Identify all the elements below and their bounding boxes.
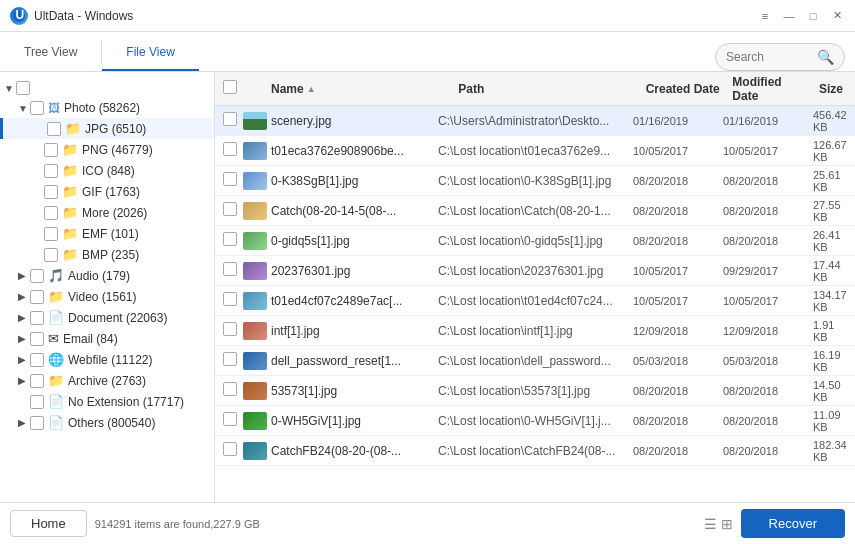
- sidebar-item-gif[interactable]: 📁 GIF (1763): [0, 181, 214, 202]
- sidebar-item-ico[interactable]: 📁 ICO (848): [0, 160, 214, 181]
- video-icon: 📁: [48, 289, 64, 304]
- video-checkbox[interactable]: [30, 290, 44, 304]
- others-icon: 📄: [48, 415, 64, 430]
- search-input[interactable]: [726, 50, 817, 64]
- document-checkbox[interactable]: [30, 311, 44, 325]
- header-checkbox[interactable]: [223, 80, 237, 94]
- row-checkbox-9[interactable]: [223, 382, 237, 396]
- col-header-size[interactable]: Size: [815, 82, 847, 96]
- search-icon[interactable]: 🔍: [817, 49, 834, 65]
- sidebar-item-jpg[interactable]: 📁 JPG (6510): [0, 118, 214, 139]
- row-created-9: 08/20/2018: [633, 385, 723, 397]
- row-checkbox-3[interactable]: [223, 202, 237, 216]
- table-row[interactable]: 202376301.jpg C:\Lost location\202376301…: [215, 256, 855, 286]
- table-row[interactable]: t01eca3762e908906be... C:\Lost location\…: [215, 136, 855, 166]
- row-thumbnail-9: [243, 382, 267, 400]
- sidebar-item-more[interactable]: 📁 More (2026): [0, 202, 214, 223]
- row-modified-8: 05/03/2018: [723, 355, 813, 367]
- row-checkbox-11[interactable]: [223, 442, 237, 456]
- minimize-icon[interactable]: —: [781, 8, 797, 24]
- ico-checkbox[interactable]: [44, 164, 58, 178]
- recover-button[interactable]: Recover: [741, 509, 845, 538]
- menu-icon[interactable]: ≡: [757, 8, 773, 24]
- tree-root[interactable]: ▼: [0, 78, 214, 98]
- row-created-1: 10/05/2017: [633, 145, 723, 157]
- tab-tree-view[interactable]: Tree View: [0, 35, 101, 71]
- webfile-checkbox[interactable]: [30, 353, 44, 367]
- gif-checkbox[interactable]: [44, 185, 58, 199]
- table-row[interactable]: CatchFB24(08-20-(08-... C:\Lost location…: [215, 436, 855, 466]
- row-checkbox-8[interactable]: [223, 352, 237, 366]
- sidebar-item-others[interactable]: ▶ 📄 Others (800540): [0, 412, 214, 433]
- row-size-11: 182.34 KB: [813, 439, 847, 463]
- footer-right: ☰ ⊞ Recover: [704, 509, 845, 538]
- row-checkbox-10[interactable]: [223, 412, 237, 426]
- email-checkbox[interactable]: [30, 332, 44, 346]
- tab-file-view[interactable]: File View: [102, 35, 198, 71]
- row-checkbox-2[interactable]: [223, 172, 237, 186]
- table-row[interactable]: scenery.jpg C:\Users\Administrator\Deskt…: [215, 106, 855, 136]
- table-row[interactable]: t01ed4cf07c2489e7ac[... C:\Lost location…: [215, 286, 855, 316]
- table-row[interactable]: 0-K38SgB[1].jpg C:\Lost location\0-K38Sg…: [215, 166, 855, 196]
- table-row[interactable]: 53573[1].jpg C:\Lost location\53573[1].j…: [215, 376, 855, 406]
- sidebar-item-video[interactable]: ▶ 📁 Video (1561): [0, 286, 214, 307]
- row-checkbox-4[interactable]: [223, 232, 237, 246]
- png-checkbox[interactable]: [44, 143, 58, 157]
- row-size-1: 126.67 KB: [813, 139, 847, 163]
- root-checkbox[interactable]: [16, 81, 30, 95]
- table-row[interactable]: 0-gidq5s[1].jpg C:\Lost location\0-gidq5…: [215, 226, 855, 256]
- sidebar-item-bmp[interactable]: 📁 BMP (235): [0, 244, 214, 265]
- row-checkbox-7[interactable]: [223, 322, 237, 336]
- emf-checkbox[interactable]: [44, 227, 58, 241]
- row-created-2: 08/20/2018: [633, 175, 723, 187]
- sidebar-item-email[interactable]: ▶ ✉ Email (84): [0, 328, 214, 349]
- row-path-4: C:\Lost location\0-gidq5s[1].jpg: [438, 234, 633, 248]
- sidebar-item-no-extension[interactable]: 📄 No Extension (17717): [0, 391, 214, 412]
- home-button[interactable]: Home: [10, 510, 87, 537]
- list-view-icon[interactable]: ☰: [704, 516, 717, 532]
- table-row[interactable]: dell_password_reset[1... C:\Lost locatio…: [215, 346, 855, 376]
- table-row[interactable]: intf[1].jpg C:\Lost location\intf[1].jpg…: [215, 316, 855, 346]
- row-checkbox-1[interactable]: [223, 142, 237, 156]
- row-name-0: scenery.jpg: [271, 114, 438, 128]
- row-name-9: 53573[1].jpg: [271, 384, 438, 398]
- archive-checkbox[interactable]: [30, 374, 44, 388]
- audio-checkbox[interactable]: [30, 269, 44, 283]
- col-header-created[interactable]: Created Date: [642, 82, 729, 96]
- row-checkbox-6[interactable]: [223, 292, 237, 306]
- maximize-icon[interactable]: □: [805, 8, 821, 24]
- status-text: 914291 items are found,227.9 GB: [95, 518, 260, 530]
- svg-text:U: U: [16, 9, 25, 22]
- row-thumbnail-0: [243, 112, 267, 130]
- table-row[interactable]: Catch(08-20-14-5(08-... C:\Lost location…: [215, 196, 855, 226]
- footer-left: Home 914291 items are found,227.9 GB: [10, 510, 260, 537]
- name-sort-icon: ▲: [307, 84, 316, 94]
- row-created-0: 01/16/2019: [633, 115, 723, 127]
- sidebar-item-photo[interactable]: ▼ 🖼 Photo (58262): [0, 98, 214, 118]
- col-header-modified[interactable]: Modified Date: [728, 75, 815, 103]
- row-name-5: 202376301.jpg: [271, 264, 438, 278]
- col-header-name[interactable]: Name ▲: [267, 82, 454, 96]
- row-checkbox-5[interactable]: [223, 262, 237, 276]
- row-checkbox-0[interactable]: [223, 112, 237, 126]
- col-header-path[interactable]: Path: [454, 82, 641, 96]
- photo-icon: 🖼: [48, 101, 60, 115]
- sidebar-item-document[interactable]: ▶ 📄 Document (22063): [0, 307, 214, 328]
- footer: Home 914291 items are found,227.9 GB ☰ ⊞…: [0, 502, 855, 544]
- photo-checkbox[interactable]: [30, 101, 44, 115]
- grid-view-icon[interactable]: ⊞: [721, 516, 733, 532]
- search-bar[interactable]: 🔍: [715, 43, 845, 71]
- sidebar-item-png[interactable]: 📁 PNG (46779): [0, 139, 214, 160]
- jpg-checkbox[interactable]: [47, 122, 61, 136]
- sidebar-item-emf[interactable]: 📁 EMF (101): [0, 223, 214, 244]
- sidebar-item-webfile[interactable]: ▶ 🌐 Webfile (11122): [0, 349, 214, 370]
- close-icon[interactable]: ✕: [829, 8, 845, 24]
- table-row[interactable]: 0-WH5GiV[1].jpg C:\Lost location\0-WH5Gi…: [215, 406, 855, 436]
- sidebar-item-audio[interactable]: ▶ 🎵 Audio (179): [0, 265, 214, 286]
- bmp-checkbox[interactable]: [44, 248, 58, 262]
- row-name-10: 0-WH5GiV[1].jpg: [271, 414, 438, 428]
- more-checkbox[interactable]: [44, 206, 58, 220]
- no-ext-checkbox[interactable]: [30, 395, 44, 409]
- sidebar-item-archive[interactable]: ▶ 📁 Archive (2763): [0, 370, 214, 391]
- others-checkbox[interactable]: [30, 416, 44, 430]
